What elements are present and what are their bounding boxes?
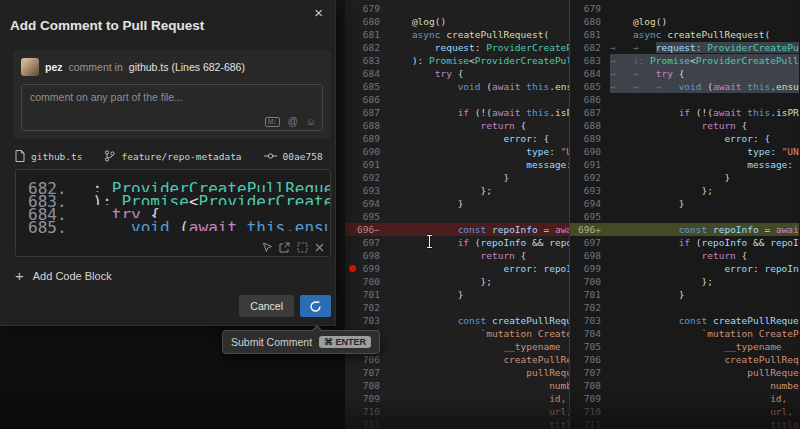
- code-line-694[interactable]: 694 }: [345, 197, 569, 210]
- code-line-697[interactable]: 697 if (repoInfo && repoInfo.error) {: [345, 236, 569, 249]
- code-line-681[interactable]: 681 async createPullRequest(: [570, 28, 799, 41]
- code-line-706[interactable]: 706 createPullRequest(: [570, 353, 799, 366]
- line-number[interactable]: 687: [570, 106, 610, 119]
- close-icon[interactable]: ×: [310, 2, 327, 23]
- line-number[interactable]: 692: [345, 171, 389, 184]
- line-number[interactable]: 696−: [345, 223, 389, 236]
- line-number[interactable]: 708: [570, 379, 610, 392]
- line-number[interactable]: 685: [345, 80, 389, 93]
- code-line-683[interactable]: 683 ): Promise<ProviderCreatePullRequest…: [345, 54, 569, 67]
- code-line-691[interactable]: 691 message: "PR API unavailable",: [345, 158, 569, 171]
- code-line-688[interactable]: 688 return {: [345, 119, 569, 132]
- code-line-689[interactable]: 689 error: {: [570, 132, 799, 145]
- line-number[interactable]: 695: [345, 210, 389, 223]
- line-number[interactable]: 680: [345, 15, 389, 28]
- code-line-706[interactable]: 706 createPullRequest(: [345, 353, 569, 366]
- code-line-710[interactable]: 710 url,: [345, 405, 569, 418]
- line-number[interactable]: 706: [345, 353, 389, 366]
- code-line-682[interactable]: 682 request: ProviderCreatePullRequestRe…: [345, 41, 569, 54]
- code-line-680[interactable]: 680 @log(): [345, 15, 569, 28]
- line-number[interactable]: 708: [345, 379, 389, 392]
- diff-pane-modified[interactable]: 679680 @log()681 async createPullRequest…: [570, 0, 799, 429]
- cancel-button[interactable]: Cancel: [239, 295, 294, 317]
- line-number[interactable]: 698: [345, 249, 389, 262]
- line-number[interactable]: 705: [570, 340, 610, 353]
- line-number[interactable]: 694: [570, 197, 610, 210]
- line-number[interactable]: 703: [570, 314, 610, 327]
- code-line-700[interactable]: 700 };: [345, 275, 569, 288]
- line-number[interactable]: 690: [345, 145, 389, 158]
- line-number[interactable]: 704: [570, 327, 610, 340]
- code-line-686[interactable]: 686: [570, 93, 799, 106]
- code-line-701[interactable]: 701 }: [570, 288, 799, 301]
- code-line-684[interactable]: 684 try {: [345, 67, 569, 80]
- line-number[interactable]: 706: [570, 353, 610, 366]
- remove-snippet-icon[interactable]: [315, 243, 324, 252]
- code-line-690[interactable]: 690 type: "UNKNOWN",: [570, 145, 799, 158]
- code-line-685[interactable]: 685→ → → void (await this.ensureConnecte…: [570, 80, 799, 93]
- line-number[interactable]: 707: [345, 366, 389, 379]
- line-number[interactable]: 688: [345, 119, 389, 132]
- open-external-icon[interactable]: [279, 242, 290, 253]
- line-number[interactable]: 689: [345, 132, 389, 145]
- selection-box-icon[interactable]: [297, 242, 308, 253]
- code-line-695[interactable]: 695: [570, 210, 799, 223]
- line-number[interactable]: 709: [570, 392, 610, 405]
- line-number[interactable]: 711: [570, 418, 610, 429]
- line-number[interactable]: 683: [570, 54, 610, 67]
- code-line-703[interactable]: 703 const createPullRequestQuery =: [570, 314, 799, 327]
- line-number[interactable]: 703: [345, 314, 389, 327]
- line-number[interactable]: 679: [570, 2, 610, 15]
- code-line-689[interactable]: 689 error: {: [345, 132, 569, 145]
- markdown-icon[interactable]: M↓: [265, 117, 280, 127]
- code-line-698[interactable]: 698 return {: [345, 249, 569, 262]
- line-number[interactable]: 684: [570, 67, 610, 80]
- line-number[interactable]: 687: [345, 106, 389, 119]
- line-number[interactable]: 698: [570, 249, 610, 262]
- line-number[interactable]: 681: [570, 28, 610, 41]
- code-line-703[interactable]: 703 const createPullRequestQuery =: [345, 314, 569, 327]
- line-number[interactable]: 701: [345, 288, 389, 301]
- code-line-688[interactable]: 688 return {: [570, 119, 799, 132]
- cursor-icon[interactable]: [262, 242, 272, 253]
- code-line-684[interactable]: 684→ → try {: [570, 67, 799, 80]
- line-number[interactable]: 697: [345, 236, 389, 249]
- code-line-692[interactable]: 692 }: [570, 171, 799, 184]
- code-line-687[interactable]: 687 if (!(await this.isPRApiAvailable())…: [345, 106, 569, 119]
- code-line-696[interactable]: 696+ const repoInfo = await this.getRepo…: [570, 223, 799, 236]
- line-number[interactable]: 679: [345, 2, 389, 15]
- line-number[interactable]: 696+: [570, 223, 610, 236]
- line-number[interactable]: 710: [570, 405, 610, 418]
- code-line-690[interactable]: 690 type: "UNKNOWN",: [345, 145, 569, 158]
- code-line-681[interactable]: 681 async createPullRequest(: [345, 28, 569, 41]
- line-number[interactable]: 700: [345, 275, 389, 288]
- code-line-683[interactable]: 683→ ): Promise<ProviderCreatePullReques…: [570, 54, 799, 67]
- line-number[interactable]: 693: [345, 184, 389, 197]
- comment-input[interactable]: comment on any part of the file... M↓ @ …: [21, 84, 323, 131]
- line-number[interactable]: 690: [570, 145, 610, 158]
- line-number[interactable]: 681: [345, 28, 389, 41]
- line-number[interactable]: 688: [570, 119, 610, 132]
- line-number[interactable]: 699: [570, 262, 610, 275]
- code-line-711[interactable]: 711 title: [570, 418, 799, 429]
- line-number[interactable]: 710: [345, 405, 389, 418]
- code-line-685[interactable]: 685 void (await this.ensureConnected());: [345, 80, 569, 93]
- code-line-702[interactable]: 702: [570, 301, 799, 314]
- line-number[interactable]: 684: [345, 67, 389, 80]
- line-number[interactable]: 692: [570, 171, 610, 184]
- line-number[interactable]: 682: [570, 41, 610, 54]
- line-number[interactable]: 711: [345, 418, 389, 429]
- code-line-710[interactable]: 710 url,: [570, 405, 799, 418]
- line-number[interactable]: 689: [570, 132, 610, 145]
- code-line-701[interactable]: 701 }: [345, 288, 569, 301]
- code-line-699[interactable]: 699 error: repoInfo.error,: [345, 262, 569, 275]
- code-line-697[interactable]: 697 if (repoInfo && repoInfo.error) {: [570, 236, 799, 249]
- line-number[interactable]: 693: [570, 184, 610, 197]
- code-line-707[interactable]: 707 pullRequest {: [570, 366, 799, 379]
- code-line-709[interactable]: 709 id,: [570, 392, 799, 405]
- line-number[interactable]: 701: [570, 288, 610, 301]
- code-line-696[interactable]: 696− const repoInfo = await this.getRepo…: [345, 223, 569, 236]
- code-line-705[interactable]: 705 __typename: [570, 340, 799, 353]
- code-line-691[interactable]: 691 message: "PR API unavailable",: [570, 158, 799, 171]
- line-number[interactable]: 691: [345, 158, 389, 171]
